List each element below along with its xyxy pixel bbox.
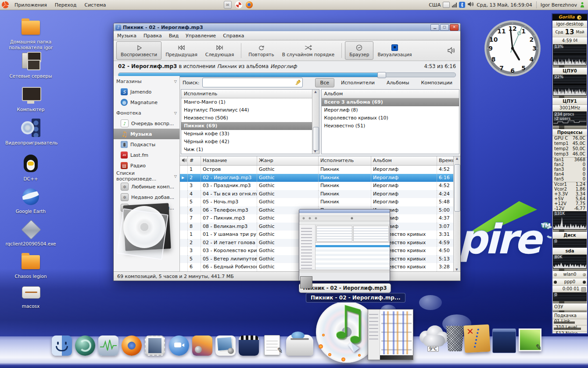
dock-icon-activity-monitor[interactable] <box>98 336 118 356</box>
dock-icon-ichat[interactable] <box>169 336 189 356</box>
column-album[interactable]: Альбом <box>371 156 437 165</box>
sidebar-item-queue[interactable]: ♪Очередь воспр... <box>114 118 179 129</box>
next-button[interactable]: Следующая <box>201 41 238 60</box>
dock-icon-timemachine[interactable] <box>75 336 95 356</box>
track-row-selected[interactable]: ▶202 - Иероглиф.mp3GothicПикникИероглиф6… <box>180 174 453 182</box>
section-library[interactable]: Фонотека▽ <box>114 108 179 118</box>
column-genre[interactable]: Жанр <box>257 156 319 165</box>
column-num[interactable]: # <box>188 156 201 165</box>
help-launcher-icon[interactable] <box>235 1 242 8</box>
playing-column-icon[interactable] <box>180 156 188 165</box>
dock-icon-mail[interactable] <box>145 336 165 356</box>
column-artist[interactable]: Исполнитель <box>319 156 371 165</box>
ppp-timer[interactable]: 0:00 01 <box>552 286 587 292</box>
user-switcher[interactable]: Igor Berezhnov <box>541 2 577 8</box>
tab-albums[interactable]: Альбомы <box>381 78 415 87</box>
artist-item[interactable]: Чёрный кофе (42) <box>181 138 312 146</box>
dock-icon-firefox[interactable] <box>122 336 142 356</box>
desktop-icon-macosx[interactable]: macosx <box>5 281 56 309</box>
network-signal-icon[interactable] <box>452 3 457 7</box>
dock-icon-imovie[interactable] <box>239 336 259 356</box>
desktop-icon-googleearth[interactable]: Google Earth <box>5 186 56 214</box>
menu-view[interactable]: Вид <box>165 33 182 39</box>
artist-item[interactable]: Манго-Манго (1) <box>181 98 312 106</box>
user-status-icon[interactable] <box>579 2 585 8</box>
analog-clock-widget[interactable]: 12 1 2 3 4 5 6 7 8 9 10 11 <box>484 19 541 77</box>
menu-places[interactable]: Переход <box>51 0 81 10</box>
dock-icon-photobooth[interactable] <box>215 336 236 356</box>
track-table-scrollbar[interactable]: ▲▼ <box>453 156 460 272</box>
section-playlists[interactable]: Списки воспроизведе...▽ <box>114 171 179 181</box>
dock-icon-photo-editor[interactable]: ✎ <box>519 328 541 351</box>
menu-music[interactable]: Музыка <box>114 33 140 39</box>
maximize-button[interactable]: ▢ <box>440 24 449 31</box>
artist-item[interactable]: Неизвестно (506) <box>181 114 312 122</box>
volume-control[interactable] <box>447 41 458 60</box>
evolution-launcher-icon[interactable]: ✉ <box>224 1 232 9</box>
dock-icon-textedit[interactable]: ✎ <box>262 335 282 355</box>
firefox-launcher-icon[interactable] <box>246 1 253 8</box>
sidebar-item-recent-added[interactable]: ✲Недавно добав... <box>114 192 179 202</box>
desktop-icon-chasos[interactable]: Chasos legion <box>5 251 56 279</box>
search-input[interactable] <box>202 78 303 87</box>
sidebar-item-favorite[interactable]: ✲Любимые комп... <box>114 181 179 192</box>
dock-icon-toaster[interactable] <box>286 335 313 356</box>
sidebar-item-jamendo[interactable]: SJamendo <box>114 87 179 97</box>
sidebar-item-magnatune[interactable]: ◍Magnatune <box>114 97 179 108</box>
tab-tracks[interactable]: Композиции <box>416 78 458 87</box>
column-time[interactable]: Время <box>437 156 453 165</box>
album-art-placeholder[interactable] <box>118 202 175 259</box>
track-row[interactable]: 1ОстровGothicПикникИероглиф4:52 <box>180 166 453 174</box>
section-stores[interactable]: Магазины▽ <box>114 76 179 87</box>
sidebar-item-music[interactable]: ♫Музыка <box>114 129 179 139</box>
sidebar-item-lastfm[interactable]: asLast.fm <box>114 150 179 160</box>
desktop-icon-home[interactable]: Домашняя папка пользователя igor <box>5 17 56 51</box>
artist-item[interactable]: Наутилус Помпилиус (44) <box>181 106 312 114</box>
track-row[interactable]: 303 - Праздник.mp3GothicПикникИероглиф4:… <box>180 182 453 190</box>
dock-icon-trash[interactable] <box>445 326 465 351</box>
dock-icon-window-thumbnail[interactable] <box>492 328 516 353</box>
artist-list-header[interactable]: Исполнитель <box>181 90 312 98</box>
menu-help[interactable]: Справка <box>219 33 247 39</box>
shuffle-button[interactable]: В случайном порядке <box>278 41 339 60</box>
clear-filter-broom-icon[interactable] <box>295 79 301 86</box>
menu-applications[interactable]: Приложения <box>11 0 51 10</box>
album-item[interactable]: Иероглиф (8) <box>322 106 459 114</box>
column-title[interactable]: Название <box>201 156 257 165</box>
album-item-selected[interactable]: Всего 3 альбома (69) <box>322 98 459 106</box>
desktop-icon-rqclient[interactable]: rqclient20090504.exe <box>5 219 56 247</box>
minimize-button[interactable]: ▁ <box>430 24 439 31</box>
menu-edit[interactable]: Правка <box>140 33 165 39</box>
previous-button[interactable]: Предыдущая <box>161 41 201 60</box>
artist-item-selected[interactable]: Пикник (69) <box>181 122 312 130</box>
desktop-icon-dcpp[interactable]: DC++ <box>5 154 56 182</box>
close-button[interactable]: ✕ <box>450 24 459 31</box>
distributor-logo-icon[interactable] <box>2 1 9 8</box>
tab-all[interactable]: Все <box>315 78 334 87</box>
window-titlebar[interactable]: ♪ Пикник - 02 - Иероглиф.mp3 ▁ ▢ ✕ <box>114 23 460 31</box>
desktop-icon-videoplayer[interactable]: Видеопроигрыватель <box>5 118 56 146</box>
window-preview-tooltip[interactable]: Пикник - 02 - Иероглиф.mp3 <box>299 209 391 293</box>
desktop-icon-computer[interactable]: Компьютер <box>5 84 56 112</box>
track-row[interactable]: 404 - Ты вся из огня.mp3GothicПикникИеро… <box>180 190 453 198</box>
repeat-button[interactable]: Повторять <box>244 41 278 60</box>
dock-icon-launcher-panel[interactable] <box>368 309 413 360</box>
visualization-button[interactable]: Визуализация <box>373 41 416 60</box>
keyboard-icon[interactable] <box>443 2 450 8</box>
track-row[interactable]: 505 - Ночь.mp3GothicПикникИероглиф5:48 <box>180 198 453 206</box>
dock-icon-iphoto[interactable] <box>192 336 212 356</box>
album-list-header[interactable]: Альбом <box>322 90 459 98</box>
sidebar-item-podcasts[interactable]: Подкасты <box>114 139 179 150</box>
tab-artists[interactable]: Исполнители <box>336 78 380 87</box>
dock-icon-map[interactable]: ✕ <box>463 325 490 353</box>
volume-icon[interactable] <box>467 1 474 8</box>
artist-item[interactable]: Черный кофе (33) <box>181 130 312 138</box>
play-button[interactable]: Воспроизвести <box>116 41 161 60</box>
browser-button[interactable]: Браузер <box>345 41 373 60</box>
artist-item[interactable]: Чиж (1) <box>181 146 312 154</box>
bluetooth-icon[interactable] <box>459 2 465 8</box>
dock-task-label[interactable]: Пикник - 02 - Иероглиф.mp... <box>306 293 405 303</box>
keyboard-layout-indicator[interactable]: США <box>429 2 441 8</box>
album-item[interactable]: Королевство кривых (10) <box>322 114 459 122</box>
desktop-icon-network[interactable]: Сетевые серверы <box>5 51 56 79</box>
